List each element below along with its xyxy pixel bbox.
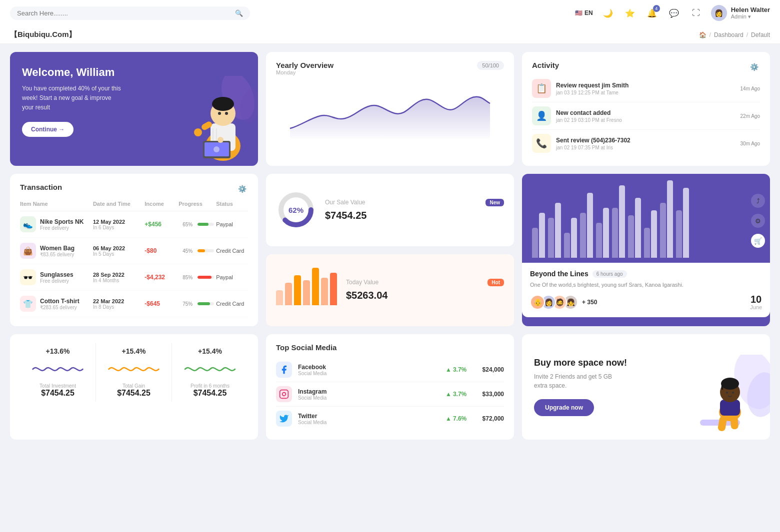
yearly-chart xyxy=(276,83,504,138)
social-row-twitter: Twitter Social Media ▲ 7.6% $72,000 xyxy=(276,407,504,431)
activity-time-2: 30m Ago xyxy=(740,141,760,146)
sale-info: Our Sale Value New $7454.25 xyxy=(325,199,504,221)
svg-point-29 xyxy=(726,392,728,394)
date-cell-3: 22 Mar 2022In 8 Days xyxy=(93,298,142,310)
stat-value-2: $7454.25 xyxy=(194,389,227,398)
user-profile[interactable]: 👩 Helen Walter Admin ▾ xyxy=(711,5,770,21)
transaction-header: Transaction ⚙️ xyxy=(20,183,248,195)
continue-button[interactable]: Continue → xyxy=(22,122,74,137)
activity-title-1: New contact added xyxy=(556,109,736,116)
lang-label: EN xyxy=(584,9,593,16)
item-icon-0: 👟 xyxy=(20,216,36,232)
item-name-2: Sunglasses xyxy=(40,271,74,278)
twitter-name: Twitter xyxy=(298,413,326,420)
table-row: 👜 Women Bag₹83.65 delivery 06 May 2022In… xyxy=(20,238,248,264)
facebook-name: Facebook xyxy=(298,364,326,371)
status-1: Credit Card xyxy=(216,248,248,254)
stat-value-1: $7454.25 xyxy=(117,389,150,398)
date-sub-3: In 8 Days xyxy=(93,304,142,310)
breadcrumb-dashboard[interactable]: Dashboard xyxy=(714,31,744,38)
notifications-button[interactable]: 🔔 4 xyxy=(645,6,659,20)
item-cell-2: 🕶️ SunglassesFree delivery xyxy=(20,269,91,285)
wave-0 xyxy=(24,359,92,379)
sale-label: Our Sale Value xyxy=(325,199,366,206)
facebook-icon xyxy=(276,362,292,378)
item-sub-3: ₹283.65 delivery xyxy=(40,305,80,310)
progress-cell-0: 65% xyxy=(178,222,214,227)
stat-pct-0: +13.6% xyxy=(46,347,70,355)
instagram-icon xyxy=(276,386,292,402)
yearly-card-header: Yearly Overview Monday 50/100 xyxy=(276,61,504,81)
chart-card: ⤴ ⚙ 🛒 Beyond the Lines 6 hours ago One O… xyxy=(522,174,770,326)
sep1: / xyxy=(710,31,711,38)
activity-title-0: Review request jim Smith xyxy=(556,82,736,89)
welcome-card: Welcome, William You have completed 40% … xyxy=(10,52,258,166)
date-main-0: 12 May 2022 xyxy=(93,219,142,225)
user-role: Admin ▾ xyxy=(731,13,770,20)
search-box[interactable]: 🔍 xyxy=(10,6,250,20)
progress-cell-1: 45% xyxy=(178,248,214,254)
table-header: Item Name Date and Time Income Progress … xyxy=(20,197,248,211)
social-row-instagram: Instagram Social Media ▲ 3.7% $33,000 xyxy=(276,382,504,407)
beyond-title: Beyond the Lines xyxy=(530,270,588,278)
chart-settings-icon[interactable]: ⚙ xyxy=(751,214,765,228)
table-row: 🕶️ SunglassesFree delivery 28 Sep 2022In… xyxy=(20,264,248,291)
today-mini-chart xyxy=(276,275,337,305)
star-icon: ⭐ xyxy=(625,8,635,18)
activity-sub-0: jan 03 19 12:25 PM at Tame xyxy=(556,90,736,95)
date-cell-1: 06 May 2022In 5 Days xyxy=(93,245,142,257)
progress-bar-3 xyxy=(198,302,214,305)
facebook-info: Facebook Social Media xyxy=(298,364,326,376)
transaction-title: Transaction xyxy=(20,183,62,191)
status-3: Credit Card xyxy=(216,301,248,307)
facebook-type: Social Media xyxy=(298,371,326,376)
yearly-overview-card: Yearly Overview Monday 50/100 xyxy=(266,52,514,166)
chat-button[interactable]: 💬 xyxy=(667,6,681,20)
svg-point-11 xyxy=(225,112,228,115)
share-icon[interactable]: ⤴ xyxy=(751,194,765,208)
activity-thumb-2: 📞 xyxy=(532,134,551,153)
date-badge: 10 June xyxy=(750,294,762,310)
sale-value-card: 62% Our Sale Value New $7454.25 xyxy=(266,174,514,246)
col-progress: Progress xyxy=(178,201,214,207)
search-input[interactable] xyxy=(17,9,231,17)
item-icon-2: 🕶️ xyxy=(20,269,36,285)
activity-time-1: 22m Ago xyxy=(740,113,760,119)
stat-pct-1: +15.4% xyxy=(122,347,146,355)
breadcrumb-bar: 【Biqubiqu.Com】 🏠 / Dashboard / Default xyxy=(0,26,780,44)
stat-gain: +15.4% Total Gain $7454.25 xyxy=(96,343,172,402)
income-0: +$456 xyxy=(144,221,176,228)
home-icon[interactable]: 🏠 xyxy=(699,31,706,38)
progress-bar-0 xyxy=(198,223,214,226)
fullscreen-button[interactable]: ⛶ xyxy=(689,6,703,20)
favorites-button[interactable]: ⭐ xyxy=(623,6,637,20)
svg-rect-24 xyxy=(718,416,728,432)
upgrade-button[interactable]: Upgrade now xyxy=(534,399,594,416)
yearly-title: Yearly Overview xyxy=(276,61,334,69)
svg-point-14 xyxy=(214,146,220,152)
twitter-pct: ▲ 7.6% xyxy=(446,415,470,422)
chart-side-icons: ⤴ ⚙ 🛒 xyxy=(751,194,765,248)
language-selector[interactable]: 🇺🇸 EN xyxy=(575,9,593,16)
stat-profit: +15.4% Profit in 6 months $7454.25 xyxy=(172,343,248,402)
sep2: / xyxy=(746,31,748,38)
breadcrumb-default: Default xyxy=(751,31,770,38)
today-value-card: Today Value Hot $5263.04 xyxy=(266,254,514,327)
svg-point-30 xyxy=(732,392,734,394)
cart-icon[interactable]: 🛒 xyxy=(751,234,765,248)
instagram-pct: ▲ 3.7% xyxy=(446,391,470,398)
breadcrumb: 🏠 / Dashboard / Default xyxy=(699,31,770,38)
svg-point-9 xyxy=(212,97,234,111)
progress-label-0: 65% xyxy=(178,222,192,227)
progress-label-2: 85% xyxy=(178,275,192,280)
transaction-settings-button[interactable]: ⚙️ xyxy=(236,183,248,195)
fullscreen-icon: ⛶ xyxy=(692,8,700,17)
stat-label-2: Profit in 6 months xyxy=(190,383,230,389)
yearly-title-group: Yearly Overview Monday xyxy=(276,61,334,81)
activity-settings-button[interactable]: ⚙️ xyxy=(748,61,760,73)
dark-mode-button[interactable]: 🌙 xyxy=(601,6,615,20)
progress-label-3: 75% xyxy=(178,301,192,307)
date-main-1: 06 May 2022 xyxy=(93,245,142,251)
svg-point-10 xyxy=(218,112,221,115)
col-date: Date and Time xyxy=(93,201,142,207)
